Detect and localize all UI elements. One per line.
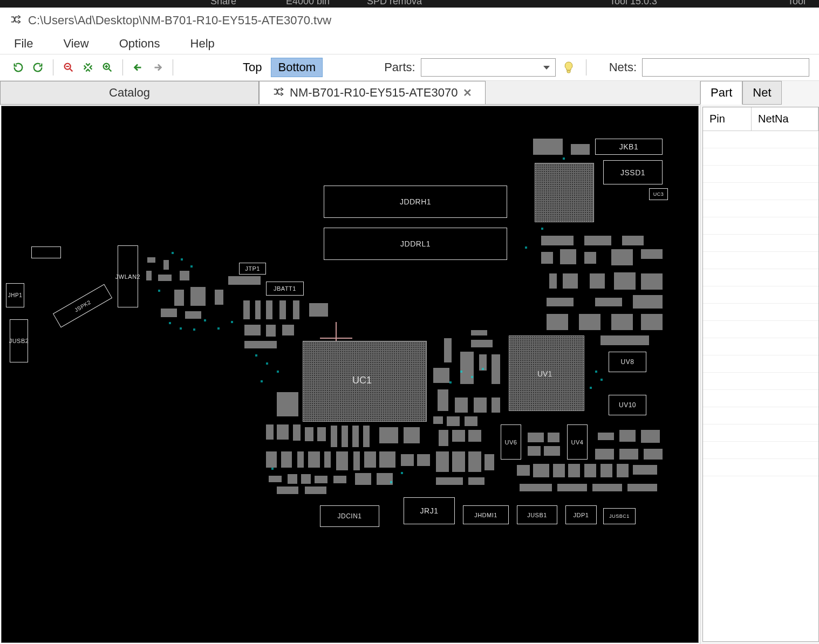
- tab-row: Catalog NM-B701-R10-EY515-ATE3070 ✕: [0, 81, 700, 105]
- pcb-UC3[interactable]: UC3: [649, 188, 668, 200]
- pcb-JTP1[interactable]: JTP1: [239, 263, 266, 275]
- separator: [586, 59, 586, 76]
- parts-label: Parts:: [384, 60, 415, 74]
- pcb-UV4[interactable]: UV4: [567, 424, 588, 460]
- zoom-in-icon[interactable]: [99, 59, 116, 76]
- col-pin[interactable]: Pin: [703, 107, 752, 131]
- separator: [173, 59, 173, 76]
- content-area: Catalog NM-B701-R10-EY515-ATE3070 ✕: [0, 81, 819, 644]
- tab-file[interactable]: NM-B701-R10-EY515-ATE3070 ✕: [259, 81, 486, 104]
- pcb-UC1-label: UC1: [352, 375, 372, 386]
- tab-catalog[interactable]: Catalog: [0, 81, 259, 104]
- zoom-fit-icon[interactable]: [79, 59, 97, 76]
- properties-grid[interactable]: Pin NetNa: [702, 107, 819, 642]
- pcb-JHDMI1[interactable]: JHDMI1: [463, 505, 509, 524]
- pcb-UV6[interactable]: UV6: [501, 424, 521, 460]
- tab-file-label: NM-B701-R10-EY515-ATE3070: [290, 86, 458, 100]
- titlebar: C:\Users\Ad\Desktop\NM-B701-R10-EY515-AT…: [0, 8, 819, 33]
- pcb-JWLAN2[interactable]: JWLAN2: [118, 245, 138, 307]
- pcb-JDDRL1[interactable]: JDDRL1: [324, 228, 507, 260]
- pcb-JBATT1[interactable]: JBATT1: [266, 282, 304, 296]
- app-icon: [10, 13, 22, 28]
- refresh-cw-icon[interactable]: [29, 59, 46, 76]
- pcb-JUSB1[interactable]: JUSB1: [517, 505, 557, 524]
- toggle-top[interactable]: Top: [236, 58, 269, 77]
- toolbar: Top Bottom Parts: Nets:: [0, 54, 819, 81]
- window-title: C:\Users\Ad\Desktop\NM-B701-R10-EY515-AT…: [28, 13, 331, 28]
- menubar: File View Options Help: [0, 33, 819, 54]
- pcb-viewer[interactable]: JKB1 JSSD1 UC3 JDDRH1 JDDRL1 JHP1 JUSB2 …: [1, 106, 699, 643]
- col-netname[interactable]: NetNa: [752, 107, 818, 131]
- pcb-JUSB2[interactable]: JUSB2: [10, 319, 28, 362]
- menu-help[interactable]: Help: [186, 35, 219, 53]
- pcb-JSPK2[interactable]: JSPK2: [53, 284, 112, 328]
- nets-input[interactable]: [642, 58, 809, 77]
- menu-file[interactable]: File: [10, 35, 37, 53]
- pcb-edge1[interactable]: [31, 246, 61, 258]
- right-tabs: Part Net: [700, 81, 819, 105]
- tab-part[interactable]: Part: [700, 81, 742, 105]
- refresh-ccw-icon[interactable]: [10, 59, 27, 76]
- tab-net[interactable]: Net: [742, 81, 781, 105]
- pcb-JDCIN1[interactable]: JDCIN1: [320, 505, 379, 527]
- pcb-chip-top[interactable]: [535, 163, 594, 222]
- pcb-JSSD1[interactable]: JSSD1: [603, 160, 663, 184]
- menu-view[interactable]: View: [59, 35, 93, 53]
- nets-label: Nets:: [609, 60, 637, 74]
- right-pane: Part Net Pin NetNa: [700, 81, 819, 644]
- separator: [122, 59, 123, 76]
- arrow-left-icon[interactable]: [129, 59, 147, 76]
- pcb-JDDRH1[interactable]: JDDRH1: [324, 186, 507, 218]
- pcb-JDP1[interactable]: JDP1: [565, 505, 597, 524]
- separator: [53, 59, 53, 76]
- lightbulb-icon[interactable]: [562, 61, 575, 74]
- pcb-JUSBC1[interactable]: JUSBC1: [603, 508, 636, 524]
- parts-combo[interactable]: [421, 58, 556, 77]
- shuffle-icon: [272, 86, 284, 100]
- left-pane: Catalog NM-B701-R10-EY515-ATE3070 ✕: [0, 81, 700, 644]
- pcb-UV8[interactable]: UV8: [609, 352, 646, 372]
- pcb-JKB1[interactable]: JKB1: [595, 139, 663, 155]
- zoom-out-icon[interactable]: [60, 59, 77, 76]
- background-window-tabs: Share E4000 bin SPD remova Tool 15.0.3 T…: [0, 0, 819, 8]
- app-window: C:\Users\Ad\Desktop\NM-B701-R10-EY515-AT…: [0, 8, 819, 644]
- pcb-UV10[interactable]: UV10: [609, 395, 646, 415]
- pcb-JHP1[interactable]: JHP1: [6, 283, 24, 307]
- arrow-right-icon[interactable]: [149, 59, 166, 76]
- close-icon[interactable]: ✕: [463, 86, 472, 99]
- pcb-JRJ1[interactable]: JRJ1: [404, 497, 455, 524]
- pcb-UV1-label: UV1: [537, 369, 552, 378]
- toggle-bottom[interactable]: Bottom: [271, 58, 323, 77]
- menu-options[interactable]: Options: [115, 35, 165, 53]
